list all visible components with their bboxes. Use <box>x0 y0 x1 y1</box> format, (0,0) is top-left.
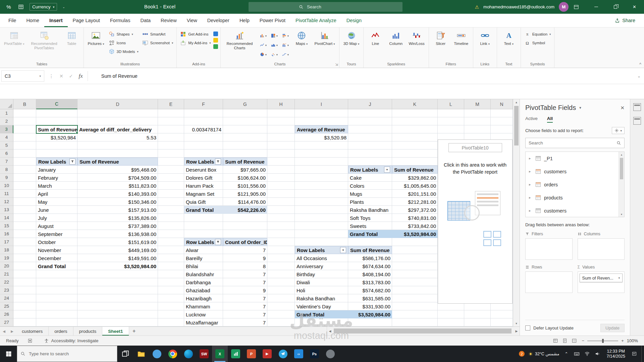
cell-D13[interactable]: $157,913.00 <box>77 206 158 214</box>
close-button[interactable]: ✕ <box>625 0 644 14</box>
cell-K14[interactable]: $740,831.00 <box>392 214 438 222</box>
account-email[interactable]: mohamedmoawed185@outlook.com <box>483 4 554 9</box>
cell-F11[interactable]: Magnam Set <box>184 190 223 198</box>
fields-options-button[interactable]: ▾ <box>612 127 625 134</box>
percent-style-icon[interactable]: % <box>5 4 12 10</box>
expand-icon[interactable]: ▸ <box>529 208 532 213</box>
field-list-scrollbar[interactable]: ▲▼ <box>619 152 624 217</box>
ribbon-button-pivotchart[interactable]: PivotChart ▾ <box>313 28 336 47</box>
search-highlight-image[interactable] <box>104 348 116 360</box>
column-header-d[interactable]: D <box>77 99 158 109</box>
column-header-h[interactable]: H <box>267 99 295 109</box>
zoom-out-icon[interactable]: − <box>582 338 585 343</box>
photoshop-app-icon[interactable]: Ps <box>307 346 322 362</box>
cell-G19[interactable]: 9 <box>223 254 267 262</box>
dropdown-filter-icon[interactable]: ▼ <box>340 247 346 253</box>
expand-icon[interactable]: ▸ <box>529 169 532 174</box>
obs-app-icon[interactable] <box>322 346 338 362</box>
cell-J20[interactable]: $674,634.00 <box>348 262 392 270</box>
cell-D10[interactable]: $511,823.00 <box>77 182 158 190</box>
ribbon-tab-design[interactable]: Design <box>341 14 367 27</box>
ribbon-button-symbol[interactable]: ΩSymbol <box>523 40 552 46</box>
filter-applied-icon[interactable] <box>69 159 75 165</box>
field-item-orders[interactable]: ▸orders <box>526 178 624 191</box>
scroll-down-icon[interactable]: ▼ <box>619 212 624 217</box>
column-header-g[interactable]: G <box>223 99 267 109</box>
ribbon-tab-page-layout[interactable]: Page Layout <box>68 14 105 27</box>
cell-F22[interactable]: Darbhanga <box>184 278 223 286</box>
cell-J22[interactable]: $313,783.00 <box>348 278 392 286</box>
rows-drop-box[interactable] <box>525 272 573 293</box>
row-header-19[interactable]: 19 <box>0 254 13 262</box>
cell-D4[interactable]: 5.53 <box>77 133 158 141</box>
ribbon-button-table[interactable]: Table <box>62 28 81 47</box>
row-header-2[interactable]: 2 <box>0 117 13 125</box>
sheet-tab-sheet1[interactable]: Sheet1 <box>102 327 129 336</box>
normal-view-icon[interactable] <box>553 338 558 343</box>
close-pane-icon[interactable]: ✕ <box>620 105 625 111</box>
avatar[interactable]: M <box>559 2 569 12</box>
cell-I3[interactable]: Average of Revenue <box>295 125 348 133</box>
row-header-21[interactable]: 21 <box>0 270 13 278</box>
cell-F24[interactable]: Hazaribagh <box>184 294 223 302</box>
horizontal-scrollbar[interactable]: ◀ ▶ <box>327 327 520 336</box>
cell-G9[interactable]: $106,624.00 <box>223 174 267 182</box>
cell-I21[interactable]: Birthday <box>295 270 348 278</box>
scroll-down-icon[interactable]: ▼ <box>513 320 520 326</box>
collapse-ribbon-icon[interactable]: ^ <box>639 62 641 67</box>
column-header-j[interactable]: J <box>348 99 392 109</box>
ribbon-display-options-icon[interactable] <box>573 4 580 10</box>
columns-area[interactable]: Columns <box>578 231 625 260</box>
cell-J15[interactable]: Sweets <box>348 222 392 230</box>
cell-G26[interactable]: 7 <box>223 310 267 318</box>
cell-I20[interactable]: Anniversary <box>295 262 348 270</box>
cell-F23[interactable]: Ghaziabad <box>184 286 223 294</box>
addin-mini-icon[interactable] <box>213 44 218 49</box>
row-header-16[interactable]: 16 <box>0 230 13 238</box>
zoom-slider-thumb[interactable] <box>602 339 604 343</box>
volume-icon[interactable] <box>594 351 601 357</box>
cell-J8[interactable]: Row Labels▼ <box>348 166 392 174</box>
cell-J13[interactable]: Raksha Bandhan <box>348 206 392 214</box>
cell-J18[interactable]: Sum of Revenue <box>348 246 392 254</box>
pane-switcher-icon[interactable] <box>633 103 641 111</box>
cell-C17[interactable]: October <box>36 238 77 246</box>
cell-F13[interactable]: Grand Total <box>184 206 223 214</box>
cell-G27[interactable]: 7 <box>223 318 267 326</box>
field-item-customers[interactable]: ▸customers <box>526 165 624 178</box>
ribbon-tab-developer[interactable]: Developer <box>202 14 234 27</box>
row-header-17[interactable]: 17 <box>0 238 13 246</box>
cell-K8[interactable]: Sum of Revenue <box>392 166 438 174</box>
ribbon-tab-file[interactable]: File <box>3 14 21 27</box>
row-header-26[interactable]: 26 <box>0 310 13 318</box>
zoom-in-icon[interactable]: + <box>621 338 624 343</box>
row-header-9[interactable]: 9 <box>0 174 13 182</box>
cell-F9[interactable]: Dolores Gift <box>184 174 223 182</box>
cell-C10[interactable]: March <box>36 182 77 190</box>
ribbon-button-recommended-pivottables[interactable]: Recommended PivotTables <box>28 28 61 51</box>
ribbon-button-line[interactable]: Line <box>366 28 385 47</box>
chrome-browser-icon[interactable] <box>165 346 180 362</box>
sheet-tab-orders[interactable]: orders <box>49 327 73 336</box>
cell-F17[interactable]: Row Labels <box>184 238 223 246</box>
scroll-right-icon[interactable]: ▶ <box>514 327 520 336</box>
analytics-app-icon[interactable] <box>228 346 244 362</box>
cell-C3[interactable]: Sum of Revenue <box>36 125 77 133</box>
media-app-icon[interactable]: ▶ <box>259 346 275 362</box>
values-area[interactable]: Σ Values Sum of Reven...▾ <box>578 264 625 293</box>
cell-J14[interactable]: Soft Toys <box>348 214 392 222</box>
formula-bar-expanded-area[interactable] <box>0 84 644 99</box>
more-options-icon[interactable]: ⋮ <box>49 73 54 79</box>
row-header-25[interactable]: 25 <box>0 302 13 310</box>
tray-expand-icon[interactable]: ⌃ <box>563 351 570 356</box>
row-header-27[interactable]: 27 <box>0 318 13 326</box>
cell-G21[interactable]: 7 <box>223 270 267 278</box>
row-header-1[interactable]: 1 <box>0 109 13 117</box>
scroll-up-icon[interactable]: ▲ <box>619 152 624 157</box>
ribbon-button-pictures[interactable]: Pictures ▾ <box>86 28 106 47</box>
cell-G23[interactable]: 9 <box>223 286 267 294</box>
filter-applied-icon[interactable] <box>215 239 221 245</box>
chart-type-minibar[interactable]: ▾ <box>280 31 290 40</box>
tab-active-fields[interactable]: Active <box>525 116 538 123</box>
ribbon-button-slicer[interactable]: Slicer <box>431 28 450 47</box>
